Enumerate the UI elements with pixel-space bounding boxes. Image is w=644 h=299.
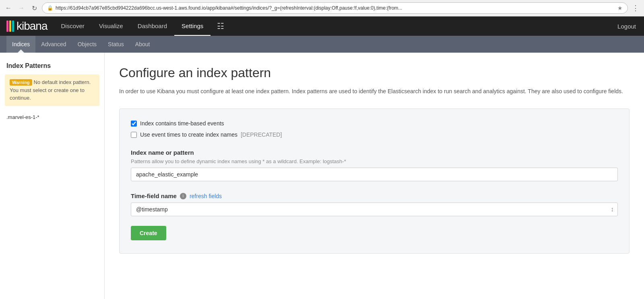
content-description: In order to use Kibana you must configur… [119,87,630,96]
top-nav-links: Discover Visualize Dashboard Settings [54,16,211,36]
main-layout: Index Patterns WarningNo default index p… [0,53,644,299]
browser-chrome: ← → ↻ 🔒 https://61d94cb7a967e85cbd994222… [0,0,644,16]
logo-bar-yellow [9,20,11,32]
refresh-fields-link[interactable]: refresh fields [190,193,222,199]
logo: kibana [0,20,54,33]
url-text: https://61d94cb7a967e85cbd994222da696bcc… [56,5,613,11]
info-icon: i [180,193,186,199]
subnav-advanced[interactable]: Advanced [35,36,72,53]
event-times-label: Use event times to create index names [D… [140,131,282,138]
subnav-indices[interactable]: Indices [6,36,35,53]
nav-discover[interactable]: Discover [54,16,92,36]
page-title: Configure an index pattern [119,66,630,80]
warning-badge: Warning [10,79,32,86]
subnav-about[interactable]: About [130,36,156,53]
browser-menu-button[interactable]: ⋮ [630,3,641,13]
time-based-checkbox[interactable] [131,121,137,127]
subnav-objects[interactable]: Objects [72,36,102,53]
logout-button[interactable]: Logout [609,23,644,30]
time-based-row: Index contains time-based events [131,120,618,127]
time-field-select[interactable]: @timestamp [131,203,618,216]
main-content: Configure an index pattern In order to u… [105,53,644,299]
reload-button[interactable]: ↻ [29,3,39,13]
sidebar-index-marvel[interactable]: .marvel-es-1-* [0,111,104,123]
sidebar: Index Patterns WarningNo default index p… [0,53,105,299]
logo-bar-pink [6,20,8,32]
create-button[interactable]: Create [131,226,166,240]
apps-icon[interactable]: ☷ [211,21,231,31]
lock-icon: 🔒 [47,5,53,11]
time-field-section: Time-field name i refresh fields @timest… [131,193,618,216]
top-navigation: kibana Discover Visualize Dashboard Sett… [0,16,644,36]
index-name-label: Index name or pattern [131,149,618,156]
sidebar-title: Index Patterns [0,59,104,74]
time-field-label: Time-field name [131,193,177,199]
back-button[interactable]: ← [3,3,14,13]
nav-settings[interactable]: Settings [174,16,211,36]
time-field-select-wrapper: @timestamp ↕ [131,203,618,216]
logo-bar-teal [12,20,14,32]
logo-bars [6,20,14,32]
url-bar[interactable]: 🔒 https://61d94cb7a967e85cbd994222da696b… [42,2,628,14]
event-times-checkbox[interactable] [131,132,137,138]
time-field-row: Time-field name i refresh fields [131,193,618,199]
deprecated-tag: [DEPRECATED] [241,131,282,138]
sub-navigation: Indices Advanced Objects Status About [0,36,644,53]
index-name-input[interactable] [131,168,618,181]
index-pattern-form: Index contains time-based events Use eve… [119,109,630,254]
index-name-hint: Patterns allow you to define dynamic ind… [131,158,618,164]
nav-visualize[interactable]: Visualize [92,16,130,36]
forward-button[interactable]: → [16,3,27,13]
index-name-section: Index name or pattern Patterns allow you… [131,149,618,181]
bookmark-icon: ★ [617,5,623,11]
sidebar-warning: WarningNo default index pattern. You mus… [5,74,99,106]
event-times-row: Use event times to create index names [D… [131,131,618,138]
time-based-label: Index contains time-based events [140,120,224,127]
logo-text: kibana [17,20,47,33]
nav-dashboard[interactable]: Dashboard [130,16,174,36]
subnav-status[interactable]: Status [102,36,130,53]
